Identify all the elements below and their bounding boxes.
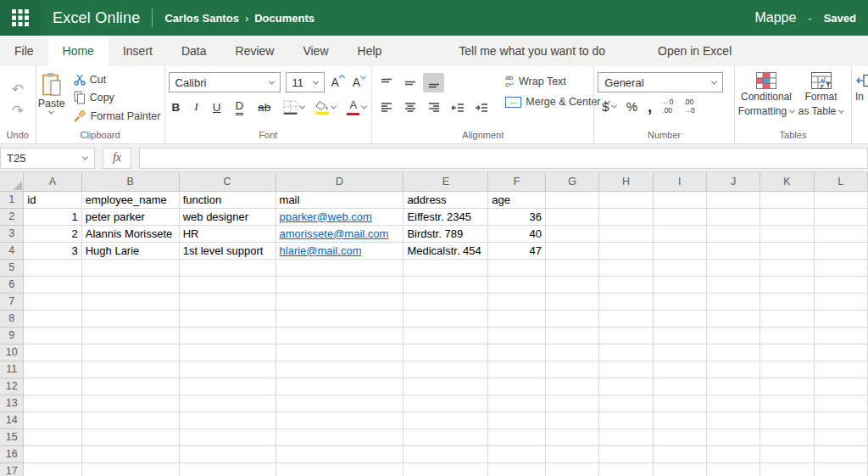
cell-D10[interactable] (275, 344, 403, 361)
cell-G5[interactable] (545, 259, 598, 276)
row-header-15[interactable]: 15 (0, 428, 24, 445)
cell-E10[interactable] (403, 344, 488, 361)
cell-C6[interactable] (179, 276, 275, 293)
cell-B15[interactable] (81, 428, 179, 445)
breadcrumb[interactable]: Carlos Santos › Documents (164, 12, 314, 25)
decrease-decimal-button[interactable]: .00 →0 (683, 98, 696, 115)
cell-I17[interactable] (653, 462, 706, 476)
cell-I8[interactable] (653, 310, 706, 327)
cell-J8[interactable] (706, 310, 760, 327)
cell-L12[interactable] (814, 378, 867, 395)
cell-C15[interactable] (179, 428, 275, 445)
increase-decimal-button[interactable]: ←0 .00 (661, 98, 674, 115)
format-as-table-button[interactable]: A Z Format as Table (794, 70, 848, 129)
cell-H6[interactable] (599, 276, 653, 293)
cell-F16[interactable] (488, 445, 546, 462)
cell-G14[interactable] (545, 412, 598, 428)
cell-E1[interactable]: address (403, 191, 488, 208)
cell-C4[interactable]: 1st level support (179, 242, 275, 259)
cell-K10[interactable] (760, 344, 814, 361)
cell-A4[interactable]: 3 (24, 242, 81, 259)
cell-D14[interactable] (275, 412, 403, 428)
cell-C7[interactable] (179, 293, 275, 310)
cell-G11[interactable] (545, 361, 598, 378)
cell-J1[interactable] (706, 191, 760, 208)
cell-I10[interactable] (653, 344, 706, 361)
cell-D13[interactable] (275, 395, 403, 412)
column-header-F[interactable]: F (488, 172, 546, 191)
cell-D7[interactable] (275, 293, 403, 310)
underline-button[interactable]: U (209, 100, 225, 115)
cell-F5[interactable] (488, 259, 546, 276)
workbook-name[interactable]: Mappe (754, 10, 796, 25)
cell-J15[interactable] (706, 428, 760, 445)
cell-G8[interactable] (545, 310, 598, 327)
cell-B1[interactable]: employee_name (81, 191, 179, 208)
column-header-I[interactable]: I (653, 172, 706, 191)
cell-B13[interactable] (81, 395, 179, 412)
cell-L1[interactable] (814, 191, 867, 208)
cell-K7[interactable] (760, 293, 814, 310)
tab-view[interactable]: View (288, 36, 342, 66)
cell-K6[interactable] (760, 276, 814, 293)
comma-format-button[interactable]: , (647, 102, 653, 111)
cell-F2[interactable]: 36 (488, 208, 546, 225)
cell-K8[interactable] (760, 310, 814, 327)
align-center-button[interactable] (399, 98, 420, 117)
conditional-formatting-button[interactable]: Conditional Formatting (738, 70, 794, 129)
cell-A1[interactable]: id (24, 191, 81, 208)
cell-G16[interactable] (545, 445, 598, 462)
cell-H3[interactable] (599, 225, 653, 242)
cell-I6[interactable] (653, 276, 706, 293)
font-color-button[interactable]: A (345, 99, 368, 115)
cell-C11[interactable] (179, 361, 275, 378)
align-middle-button[interactable] (399, 73, 420, 92)
cell-H4[interactable] (599, 242, 653, 259)
cell-I7[interactable] (653, 293, 706, 310)
cell-F9[interactable] (488, 327, 546, 344)
italic-button[interactable]: I (191, 99, 202, 115)
cell-K4[interactable] (760, 242, 814, 259)
select-all-corner[interactable] (0, 172, 24, 191)
cell-H13[interactable] (599, 395, 653, 412)
cell-L14[interactable] (814, 412, 867, 428)
tab-file[interactable]: File (0, 36, 48, 66)
cell-C14[interactable] (179, 412, 275, 428)
cell-I1[interactable] (653, 191, 706, 208)
cell-K16[interactable] (760, 445, 814, 462)
cell-B10[interactable] (81, 344, 179, 361)
cell-E6[interactable] (403, 276, 488, 293)
column-header-A[interactable]: A (24, 172, 81, 191)
cell-B2[interactable]: peter parker (81, 208, 179, 225)
row-header-9[interactable]: 9 (0, 327, 24, 344)
cell-J4[interactable] (706, 242, 760, 259)
cell-K2[interactable] (760, 208, 814, 225)
cell-E14[interactable] (403, 412, 488, 428)
cell-G1[interactable] (545, 191, 598, 208)
cell-A13[interactable] (24, 395, 81, 412)
cell-A15[interactable] (24, 428, 81, 445)
cell-L10[interactable] (814, 344, 867, 361)
tab-data[interactable]: Data (167, 36, 221, 66)
copy-button[interactable]: Copy (72, 90, 163, 105)
insert-function-button[interactable]: fx (103, 148, 131, 169)
cell-F8[interactable] (488, 310, 546, 327)
redo-button[interactable]: ↷ (12, 104, 24, 118)
cell-B4[interactable]: Hugh Larie (81, 242, 179, 259)
borders-button[interactable] (281, 100, 306, 115)
cell-I13[interactable] (653, 395, 706, 412)
cell-E15[interactable] (403, 428, 488, 445)
cell-C13[interactable] (179, 395, 275, 412)
row-header-5[interactable]: 5 (0, 259, 24, 276)
cell-A12[interactable] (24, 378, 81, 395)
cell-L3[interactable] (814, 225, 867, 242)
cell-G12[interactable] (545, 378, 598, 395)
bold-button[interactable]: B (169, 100, 184, 115)
cell-L15[interactable] (814, 428, 867, 445)
cell-F13[interactable] (488, 395, 546, 412)
cell-D1[interactable]: mail (275, 191, 403, 208)
cell-D15[interactable] (275, 428, 403, 445)
tell-me-box[interactable]: Tell me what you want to do (450, 36, 614, 66)
open-in-excel-button[interactable]: Open in Excel (649, 36, 740, 66)
cell-B16[interactable] (81, 445, 179, 462)
